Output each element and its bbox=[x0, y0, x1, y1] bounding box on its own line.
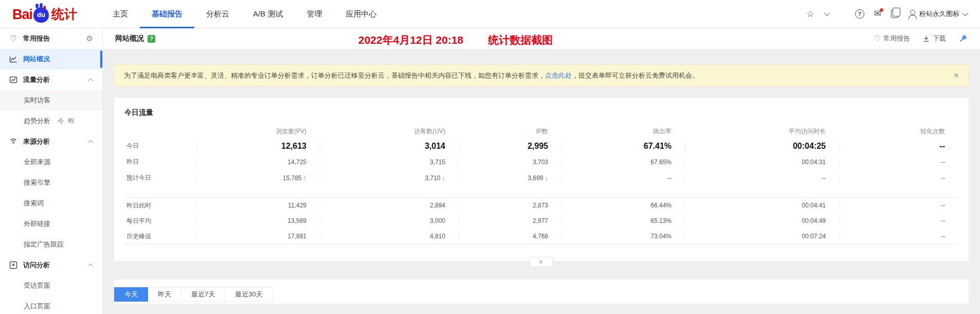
star-icon[interactable]: ☆ bbox=[807, 10, 814, 19]
multi-site-icon[interactable] bbox=[891, 10, 898, 18]
main-menu: 主页 基础报告 分析云 A/B 测试 管理 应用中心 bbox=[101, 0, 388, 28]
user-icon bbox=[908, 10, 916, 18]
tab-last-7-days[interactable]: 最近7天 bbox=[182, 287, 225, 302]
table-row: 每日平均 13,569 3,000 2,977 65.13% 00:04:49 … bbox=[124, 213, 958, 229]
banner-text: 为了满足电商类客户更丰富、灵活、精准的专业订单分析需求，订单分析已迁移至分析云，… bbox=[124, 71, 699, 80]
sidebar-item-visited-pages[interactable]: 受访页面 bbox=[0, 275, 102, 296]
nav-item-analysis-cloud[interactable]: 分析云 bbox=[194, 0, 241, 28]
tab-yesterday[interactable]: 昨天 bbox=[148, 287, 182, 302]
double-chevron-up-icon bbox=[539, 257, 543, 267]
nav-item-app-center[interactable]: 应用中心 bbox=[334, 0, 388, 28]
row-label: 历史峰值 bbox=[124, 232, 196, 241]
chevron-up-icon bbox=[88, 263, 93, 268]
heart-icon: ♡ bbox=[874, 34, 881, 43]
trend-today-link[interactable]: 今 bbox=[58, 117, 68, 125]
top-navbar: Bai du 统计 主页 基础报告 分析云 A/B 测试 管理 应用中心 ☆ ?… bbox=[0, 0, 980, 28]
card-title: 今日流量 bbox=[124, 107, 958, 117]
close-icon[interactable]: × bbox=[954, 71, 959, 80]
notice-banner: 为了满足电商类客户更丰富、灵活、精准的专业订单分析需求，订单分析已迁移至分析云，… bbox=[114, 64, 969, 86]
column-header-ip: IP数 bbox=[459, 127, 561, 136]
sidebar-item-external-links[interactable]: 外部链接 bbox=[0, 214, 102, 234]
sidebar-item-site-overview[interactable]: 网站概况 bbox=[0, 49, 102, 69]
today-traffic-card: 今日流量 浏览量(PV) 访客数(UV) IP数 跳出率 平均访问时长 转化次数… bbox=[114, 98, 969, 261]
column-header-bounce: 跳出率 bbox=[561, 127, 685, 136]
download-icon bbox=[922, 35, 930, 43]
sidebar-item-trend-analysis[interactable]: 趋势分析 今昨 bbox=[0, 111, 102, 131]
gear-icon[interactable]: ⚙ bbox=[86, 34, 93, 43]
trend-down-icon bbox=[545, 174, 549, 182]
heart-icon: ♡ bbox=[9, 34, 17, 43]
nav-item-manage[interactable]: 管理 bbox=[295, 0, 334, 28]
column-header-duration: 平均访问时长 bbox=[685, 127, 839, 136]
sidebar: ♡ 常用报告 ⚙ 网站概况 流量分析 实时访客 趋势分析 今昨 bbox=[0, 28, 103, 314]
signal-icon bbox=[9, 137, 17, 146]
logo-text-bai: Bai bbox=[12, 7, 32, 23]
sidebar-item-favorite-reports[interactable]: ♡ 常用报告 ⚙ bbox=[0, 28, 102, 49]
traffic-chart-icon bbox=[9, 76, 17, 84]
chevron-down-icon[interactable] bbox=[824, 10, 830, 16]
chevron-up-icon bbox=[88, 78, 93, 83]
column-header-pv: 浏览量(PV) bbox=[196, 127, 320, 136]
line-chart-icon bbox=[9, 55, 17, 63]
help-icon[interactable]: ? bbox=[855, 9, 864, 19]
table-group-today: 今日 12,613 3,014 2,995 67.41% 00:04:25 --… bbox=[124, 138, 958, 186]
tab-today[interactable]: 今天 bbox=[114, 287, 148, 302]
sidebar-group-traffic-analysis[interactable]: 流量分析 bbox=[0, 69, 102, 90]
column-header-uv: 访客数(UV) bbox=[320, 127, 459, 136]
title-help-icon[interactable]: ? bbox=[148, 35, 155, 43]
add-favorite-button[interactable]: ♡ 常用报告 bbox=[874, 34, 910, 43]
trend-down-icon bbox=[442, 174, 446, 182]
messages-icon[interactable]: ✉ bbox=[874, 9, 881, 19]
unread-badge bbox=[880, 8, 883, 12]
main-content: 2022年4月12日 20:18 统计数据截图 网站概况 ? ♡ 常用报告 下载… bbox=[103, 28, 980, 314]
user-account[interactable]: 粉钻永久图标 bbox=[908, 9, 967, 19]
trend-up-icon bbox=[303, 174, 307, 182]
row-label: 预计今日 bbox=[124, 173, 196, 182]
row-label: 每日平均 bbox=[124, 217, 196, 225]
table-row: 昨日此时 11,429 2,894 2,873 66.44% 00:04:41 … bbox=[124, 198, 958, 213]
table-row: 今日 12,613 3,014 2,995 67.41% 00:04:25 -- bbox=[124, 138, 958, 154]
inbox-arrow-icon bbox=[9, 261, 17, 269]
table-group-reference: 昨日此时 11,429 2,894 2,873 66.44% 00:04:41 … bbox=[124, 197, 958, 245]
page-title: 网站概况 bbox=[115, 34, 144, 43]
row-label: 昨日 bbox=[124, 158, 196, 166]
stamp-datetime: 2022年4月12日 20:18 bbox=[358, 34, 463, 46]
pin-icon[interactable] bbox=[958, 34, 968, 43]
banner-link[interactable]: 点击此处 bbox=[545, 72, 572, 79]
column-header-conversions: 转化次数 bbox=[839, 127, 958, 136]
row-label: 昨日此时 bbox=[124, 201, 196, 210]
sidebar-item-entry-pages[interactable]: 入口页面 bbox=[0, 296, 102, 314]
trend-yesterday-link[interactable]: 昨 bbox=[68, 117, 79, 125]
nav-item-home[interactable]: 主页 bbox=[101, 0, 140, 28]
screenshot-stamp: 2022年4月12日 20:18 统计数据截图 bbox=[358, 33, 553, 47]
sidebar-item-realtime-visitors[interactable]: 实时访客 bbox=[0, 90, 102, 111]
table-row: 历史峰值 17,881 4,810 4,768 73.04% 00:07:24 … bbox=[124, 229, 958, 244]
baidu-paw-icon: du bbox=[33, 7, 49, 23]
row-label: 今日 bbox=[124, 142, 196, 150]
tab-last-30-days[interactable]: 最近30天 bbox=[225, 287, 273, 302]
collapse-button[interactable] bbox=[530, 257, 553, 267]
table-header-row: 浏览量(PV) 访客数(UV) IP数 跳出率 平均访问时长 转化次数 bbox=[124, 125, 958, 138]
user-name: 粉钻永久图标 bbox=[919, 9, 959, 19]
sidebar-item-search-engines[interactable]: 搜索引擎 bbox=[0, 172, 102, 193]
sidebar-group-visit-analysis[interactable]: 访问分析 bbox=[0, 255, 102, 275]
stamp-caption: 统计数据截图 bbox=[488, 34, 553, 46]
download-button[interactable]: 下载 bbox=[922, 34, 946, 43]
sidebar-item-ad-tracking[interactable]: 指定广告跟踪 bbox=[0, 234, 102, 255]
chevron-up-icon bbox=[88, 139, 93, 145]
table-row: 预计今日 15,785 3,710 3,699 -- -- -- bbox=[124, 170, 958, 186]
nav-item-ab-test[interactable]: A/B 测试 bbox=[241, 0, 295, 28]
date-range-tabs: 今天 昨天 最近7天 最近30天 bbox=[114, 280, 969, 304]
sidebar-item-search-terms[interactable]: 搜索词 bbox=[0, 193, 102, 214]
table-row: 昨日 14,725 3,715 3,703 67.65% 00:04:31 -- bbox=[124, 154, 958, 170]
logo-text-tongji: 统计 bbox=[51, 6, 77, 23]
sidebar-item-all-sources[interactable]: 全部来源 bbox=[0, 152, 102, 172]
navbar-right-tools: ☆ ? ✉ 粉钻永久图标 bbox=[807, 9, 980, 19]
baidu-tongji-logo[interactable]: Bai du 统计 bbox=[12, 6, 77, 23]
nav-item-basic-reports[interactable]: 基础报告 bbox=[140, 0, 194, 28]
chevron-down-icon bbox=[963, 10, 968, 16]
sidebar-group-source-analysis[interactable]: 来源分析 bbox=[0, 131, 102, 152]
